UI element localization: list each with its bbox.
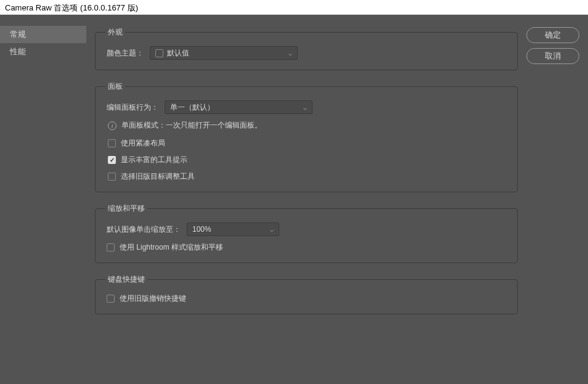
appearance-group: 外观 颜色主题： 默认值 ⌵ bbox=[95, 27, 518, 70]
chevron-down-icon: ⌵ bbox=[270, 226, 274, 233]
zoom-click-label: 默认图像单击缩放至： bbox=[107, 224, 181, 235]
richtips-label: 显示丰富的工具提示 bbox=[121, 155, 187, 165]
zoom-legend: 缩放和平移 bbox=[105, 203, 147, 214]
lightroom-zoom-label: 使用 Lightroom 样式缩放和平移 bbox=[120, 242, 223, 253]
info-icon: i bbox=[108, 121, 116, 130]
panel-behavior-label: 编辑面板行为： bbox=[107, 102, 158, 113]
appearance-legend: 外观 bbox=[105, 27, 125, 38]
sidebar-item-label: 常规 bbox=[10, 30, 26, 39]
content-panel: 外观 颜色主题： 默认值 ⌵ 面板 编辑面板行为： 单一（默认） ⌵ bbox=[86, 15, 526, 384]
theme-swatch-icon bbox=[155, 49, 163, 57]
legacy-target-checkbox[interactable] bbox=[108, 173, 116, 181]
sidebar-item-performance[interactable]: 性能 bbox=[0, 43, 86, 60]
chevron-down-icon: ⌵ bbox=[303, 104, 307, 111]
sidebar-item-general[interactable]: 常规 bbox=[0, 26, 86, 43]
compact-label: 使用紧凑布局 bbox=[121, 138, 165, 149]
richtips-checkbox[interactable] bbox=[108, 156, 116, 164]
chevron-down-icon: ⌵ bbox=[288, 50, 292, 57]
theme-label: 颜色主题： bbox=[107, 48, 144, 59]
cancel-button[interactable]: 取消 bbox=[526, 48, 579, 64]
dialog-buttons: 确定 取消 bbox=[526, 15, 588, 384]
zoom-click-value: 100% bbox=[192, 225, 211, 234]
legacy-target-label: 选择旧版目标调整工具 bbox=[121, 171, 195, 182]
legacy-undo-checkbox[interactable] bbox=[107, 295, 115, 303]
shortcut-legend: 键盘快捷键 bbox=[105, 274, 147, 285]
compact-checkbox[interactable] bbox=[108, 139, 116, 147]
panel-behavior-value: 单一（默认） bbox=[170, 102, 214, 113]
window-title: Camera Raw 首选项 (16.0.0.1677 版) bbox=[5, 3, 138, 12]
zoom-click-select[interactable]: 100% ⌵ bbox=[187, 223, 279, 236]
legacy-undo-label: 使用旧版撤销快捷键 bbox=[120, 293, 186, 304]
theme-select[interactable]: 默认值 ⌵ bbox=[150, 46, 298, 60]
sidebar: 常规 性能 bbox=[0, 15, 86, 384]
ok-button[interactable]: 确定 bbox=[526, 27, 579, 43]
window-titlebar: Camera Raw 首选项 (16.0.0.1677 版) bbox=[0, 0, 588, 15]
panel-group: 面板 编辑面板行为： 单一（默认） ⌵ i 单面板模式：一次只能打开一个编辑面板… bbox=[95, 81, 518, 192]
panel-behavior-select[interactable]: 单一（默认） ⌵ bbox=[165, 100, 312, 114]
sidebar-item-label: 性能 bbox=[10, 47, 26, 56]
lightroom-zoom-checkbox[interactable] bbox=[107, 243, 115, 251]
theme-value: 默认值 bbox=[167, 48, 189, 59]
panel-info-text: 单面板模式：一次只能打开一个编辑面板。 bbox=[121, 120, 262, 131]
zoom-group: 缩放和平移 默认图像单击缩放至： 100% ⌵ 使用 Lightroom 样式缩… bbox=[95, 203, 518, 263]
main-area: 常规 性能 外观 颜色主题： 默认值 ⌵ 面板 编辑面板行为： bbox=[0, 15, 588, 384]
shortcut-group: 键盘快捷键 使用旧版撤销快捷键 bbox=[95, 274, 518, 314]
panel-legend: 面板 bbox=[105, 81, 125, 92]
